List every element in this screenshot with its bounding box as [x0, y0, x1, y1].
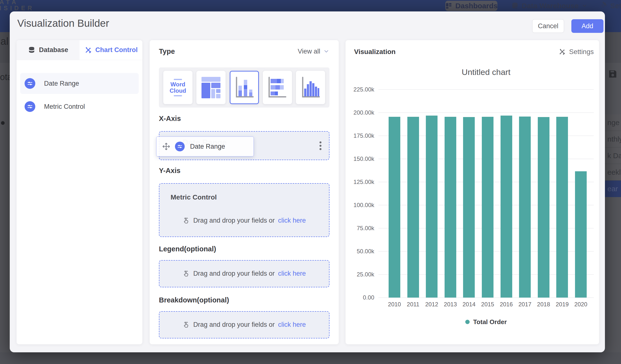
- click-here-link[interactable]: click here: [278, 321, 306, 329]
- breakdown-optional-text: (optional): [197, 296, 229, 304]
- y-axis-dropzone[interactable]: Metric Control Drag and drop your fields…: [159, 183, 329, 237]
- date-range-chip[interactable]: Date Range: [156, 137, 254, 156]
- type-label: Type: [159, 48, 175, 55]
- logo-line-1: DATA: [0, 0, 34, 5]
- word-cloud-mini-word: [174, 95, 182, 96]
- sliders-icon: [175, 142, 185, 151]
- drag-drop-hint: Drag and drop your fields or click here: [159, 270, 329, 277]
- drag-drop-hint: Drag and drop your fields or click here: [159, 217, 329, 224]
- background-bullet-dot: [1, 121, 5, 125]
- x-axis-label: X-Axis: [159, 115, 181, 123]
- dashboard-grid-icon: [445, 2, 452, 10]
- x-axis-tick-label: 2016: [497, 301, 516, 308]
- field-label: Metric Control: [44, 103, 85, 110]
- logo-line-2: INSIDER: [0, 5, 34, 11]
- sidebar-field-date-range[interactable]: Date Range: [20, 73, 139, 94]
- app-logo: DATA INSIDER: [0, 0, 34, 11]
- breakdown-dropzone[interactable]: Drag and drop your fields or click here: [159, 311, 329, 338]
- tab-label: Chart Control: [95, 46, 138, 54]
- chip-label: Date Range: [190, 143, 225, 150]
- add-button[interactable]: Add: [571, 19, 604, 33]
- tab-database[interactable]: Database: [17, 40, 80, 60]
- bar-2010: [389, 117, 400, 297]
- database-icon: [511, 2, 519, 10]
- chevron-down-icon: [582, 3, 587, 9]
- x-axis-dropzone[interactable]: Date Range Date Range: [159, 131, 329, 160]
- tap-hand-icon: [183, 321, 190, 329]
- bar-2015: [482, 117, 494, 297]
- column-thumbnail: [300, 76, 321, 99]
- y-axis-tick-label: 125.00k: [346, 179, 374, 185]
- bar-2018: [538, 117, 550, 297]
- sliders-icon: [25, 78, 35, 89]
- stacked-bar-thumbnail: [267, 76, 288, 99]
- chart-type-stacked-column[interactable]: [230, 71, 259, 104]
- word-cloud-text: Cloud: [170, 87, 186, 94]
- legend-optional-text: (optional): [184, 245, 216, 253]
- chart-type-treemap[interactable]: [196, 71, 225, 104]
- legend-label: Legend(optional): [159, 245, 216, 253]
- y-axis-tick-label: 175.00k: [346, 132, 374, 139]
- nav-item-data-warehouse: Data Warehouse: [511, 0, 587, 11]
- sidebar-field-metric-control[interactable]: Metric Control: [20, 96, 139, 117]
- click-here-link[interactable]: click here: [278, 270, 306, 277]
- view-all-button[interactable]: View all: [298, 48, 329, 55]
- x-axis-tick-label: 2010: [385, 301, 404, 308]
- y-axis-tick-label: 25.00k: [346, 271, 374, 278]
- field-list: Date RangeMetric Control: [17, 73, 142, 117]
- x-axis-tick-label: 2018: [534, 301, 553, 308]
- nav-label: Data Warehouse: [522, 2, 579, 10]
- x-axis-tick-label: 2017: [516, 301, 534, 308]
- y-axis-tick-label: 0.00: [346, 294, 374, 301]
- click-here-link[interactable]: click here: [278, 217, 306, 224]
- nav-item-settings: Settings: [599, 0, 621, 11]
- legend-label-text: Legend: [159, 245, 184, 253]
- word-cloud-mini-word: [174, 79, 182, 80]
- bar-2014: [463, 117, 475, 297]
- tab-chart-control[interactable]: Chart Control: [80, 40, 143, 60]
- breakdown-label: Breakdown(optional): [159, 296, 229, 304]
- tap-hand-icon: [183, 270, 190, 277]
- tap-hand-icon: [183, 217, 190, 224]
- treemap-thumbnail: [201, 76, 221, 99]
- chart-type-column[interactable]: [296, 71, 325, 104]
- fields-panel: Database Chart Control Date RangeMetric …: [17, 40, 142, 344]
- drag-drop-text: Drag and drop your fields or: [193, 217, 275, 224]
- grid-line: [379, 89, 594, 90]
- chart-type-stacked-bar[interactable]: [263, 71, 292, 104]
- stacked-column-thumbnail: [234, 76, 255, 99]
- x-axis-tick-label: 2015: [478, 301, 497, 308]
- drag-drop-text: Drag and drop your fields or: [193, 270, 275, 277]
- chart-legend: Total Order: [379, 317, 594, 326]
- sliders-icon: [25, 101, 35, 112]
- type-row: Type View all: [159, 46, 329, 57]
- bar-2020: [575, 171, 587, 297]
- bar-chart: 225.00k200.00k175.00k150.00k125.00k100.0…: [345, 40, 599, 344]
- chart-type-word-cloud[interactable]: Word Cloud: [163, 71, 192, 104]
- y-axis-tick-label: 225.00k: [346, 86, 374, 93]
- tools-icon: [84, 46, 92, 54]
- bar-2013: [445, 117, 456, 297]
- y-axis-tick-label: 200.00k: [346, 109, 374, 116]
- bar-2019: [556, 117, 568, 297]
- more-options-icon[interactable]: [319, 141, 322, 151]
- field-label: Date Range: [44, 80, 79, 87]
- legend-label: Total Order: [473, 318, 507, 326]
- x-axis-tick-label: 2012: [422, 301, 441, 308]
- chevron-down-icon: [323, 48, 329, 54]
- visualization-builder-modal: Visualization Builder Cancel Add Databas…: [10, 11, 605, 352]
- save-icon: [607, 69, 618, 79]
- drag-drop-text: Drag and drop your fields or: [193, 321, 275, 329]
- legend-dot: [465, 320, 470, 324]
- view-all-label: View all: [298, 48, 320, 55]
- database-icon: [28, 46, 35, 54]
- metric-control-title: Metric Control: [171, 193, 217, 201]
- legend-dropzone[interactable]: Drag and drop your fields or click here: [159, 260, 329, 287]
- background-bottom-strip: [0, 352, 621, 364]
- x-axis-tick-label: 2020: [572, 301, 590, 308]
- y-axis-tick-label: 100.00k: [346, 202, 374, 208]
- fields-panel-tabs: Database Chart Control: [17, 40, 142, 60]
- cancel-button[interactable]: Cancel: [532, 19, 564, 33]
- x-axis-tick-label: 2011: [404, 301, 422, 308]
- y-axis-tick-label: 150.00k: [346, 156, 374, 162]
